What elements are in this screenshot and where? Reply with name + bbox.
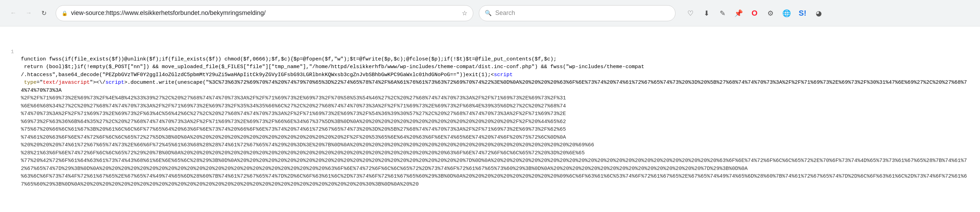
sidebar-icon-button[interactable]: S! xyxy=(796,6,809,20)
search-bar[interactable]: 🔍 Search xyxy=(479,5,676,21)
screenshot-icon-button[interactable]: ✎ xyxy=(716,6,729,20)
opera-icon-button[interactable]: O xyxy=(748,6,761,20)
line-number: 1 xyxy=(7,47,14,56)
address-bar[interactable]: 🔒 view-source:https://www.elsikkerhetsfo… xyxy=(56,5,473,21)
reload-button[interactable]: ↻ xyxy=(38,7,50,19)
source-view: 1 function fwss(if(file_exists($f))@unli… xyxy=(0,27,980,210)
translate-icon-button[interactable]: 🌐 xyxy=(780,6,793,20)
nav-buttons: ← → ↻ xyxy=(7,7,50,19)
save-to-icon-button[interactable]: ♡ xyxy=(684,6,697,20)
address-text: view-source:https://www.elsikkerhetsforb… xyxy=(71,9,458,17)
settings-icon-button[interactable]: ⚙ xyxy=(764,6,777,20)
search-placeholder: Search xyxy=(495,9,515,17)
forward-button[interactable]: → xyxy=(22,7,35,19)
toolbar-icons: ♡ ⬇ ✎ 📌 O ⚙ 🌐 S! ◕ xyxy=(684,6,825,20)
bookmark-icon[interactable]: ☆ xyxy=(462,9,468,17)
search-icon: 🔍 xyxy=(485,10,492,16)
download-icon-button[interactable]: ⬇ xyxy=(700,6,713,20)
pin-icon-button[interactable]: 📌 xyxy=(732,6,745,20)
source-code-content: function fwss(if(file_exists($f))@unlink… xyxy=(21,47,973,196)
source-line-1: 1 function fwss(if(file_exists($f))@unli… xyxy=(7,47,973,196)
back-button[interactable]: ← xyxy=(7,7,19,19)
browser-toolbar: ← → ↻ 🔒 view-source:https://www.elsikker… xyxy=(0,0,980,27)
profile-icon-button[interactable]: ◕ xyxy=(812,6,825,20)
lock-icon: 🔒 xyxy=(62,10,67,16)
